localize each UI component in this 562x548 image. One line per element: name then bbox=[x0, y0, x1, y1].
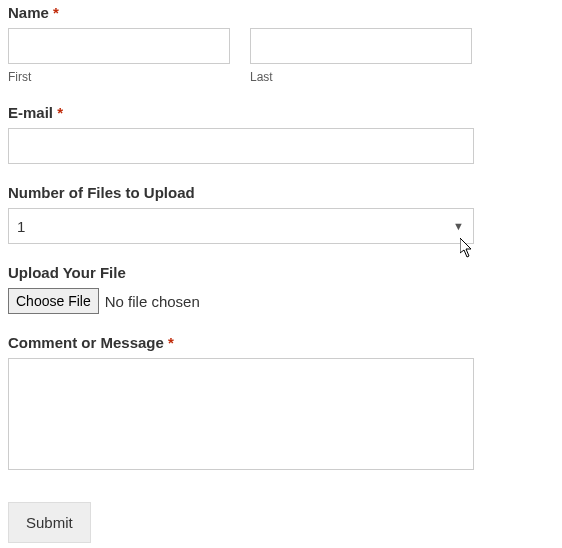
last-name-input[interactable] bbox=[250, 28, 472, 64]
email-label-text: E-mail bbox=[8, 104, 53, 121]
name-field-group: Name * First Last bbox=[8, 4, 554, 84]
comment-field-group: Comment or Message * bbox=[8, 334, 554, 474]
numfiles-label: Number of Files to Upload bbox=[8, 184, 554, 201]
email-label: E-mail * bbox=[8, 104, 554, 121]
comment-label-text: Comment or Message bbox=[8, 334, 164, 351]
first-name-sublabel: First bbox=[8, 70, 230, 84]
comment-label: Comment or Message * bbox=[8, 334, 554, 351]
name-label-text: Name bbox=[8, 4, 49, 21]
upload-label-text: Upload Your File bbox=[8, 264, 126, 281]
first-name-input[interactable] bbox=[8, 28, 230, 64]
last-name-col: Last bbox=[250, 28, 472, 84]
numfiles-label-text: Number of Files to Upload bbox=[8, 184, 195, 201]
comment-textarea[interactable] bbox=[8, 358, 474, 470]
email-input[interactable] bbox=[8, 128, 474, 164]
upload-label: Upload Your File bbox=[8, 264, 554, 281]
first-name-col: First bbox=[8, 28, 230, 84]
numfiles-select[interactable]: 1 bbox=[8, 208, 474, 244]
submit-button[interactable]: Submit bbox=[8, 502, 91, 543]
upload-field-group: Upload Your File Choose File No file cho… bbox=[8, 264, 554, 314]
file-status-text: No file chosen bbox=[105, 293, 200, 310]
required-asterisk: * bbox=[168, 334, 174, 351]
numfiles-field-group: Number of Files to Upload 1 ▼ bbox=[8, 184, 554, 244]
name-row: First Last bbox=[8, 28, 554, 84]
name-label: Name * bbox=[8, 4, 554, 21]
required-asterisk: * bbox=[53, 4, 59, 21]
email-field-group: E-mail * bbox=[8, 104, 554, 164]
file-row: Choose File No file chosen bbox=[8, 288, 554, 314]
choose-file-button[interactable]: Choose File bbox=[8, 288, 99, 314]
numfiles-select-wrap: 1 ▼ bbox=[8, 208, 474, 244]
last-name-sublabel: Last bbox=[250, 70, 472, 84]
required-asterisk: * bbox=[57, 104, 63, 121]
